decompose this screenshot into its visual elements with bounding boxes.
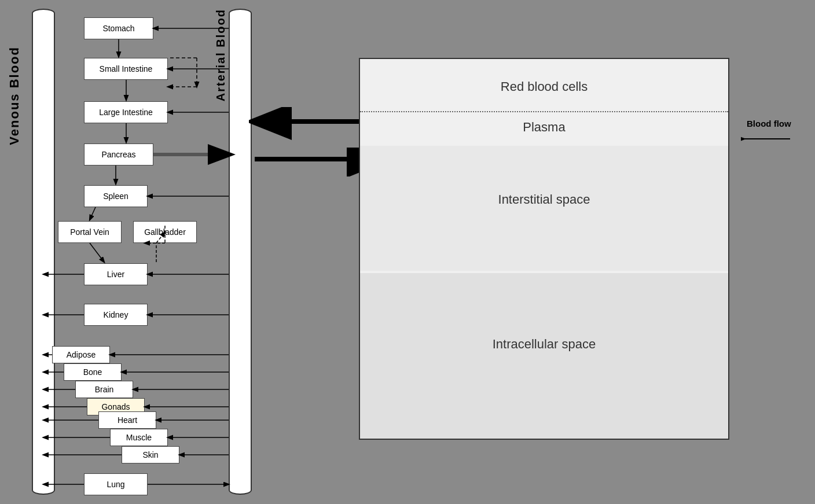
- brain-box: Brain: [75, 381, 133, 398]
- blood-compartment-diagram: Red blood cells Plasma Interstitial spac…: [359, 58, 729, 440]
- adipose-box: Adipose: [52, 346, 110, 363]
- rbc-divider: [360, 111, 728, 112]
- svg-line-6: [90, 243, 104, 262]
- red-blood-cells-label: Red blood cells: [360, 79, 728, 94]
- interstitial-label: Interstitial space: [360, 192, 728, 207]
- intracellular-label: Intracellular space: [360, 337, 728, 352]
- lung-box: Lung: [84, 473, 148, 495]
- liver-box: Liver: [84, 263, 148, 285]
- kidney-box: Kidney: [84, 304, 148, 326]
- svg-line-5: [90, 207, 96, 220]
- plasma-label: Plasma: [360, 120, 728, 135]
- skin-box: Skin: [122, 446, 179, 463]
- arterial-blood-cylinder: [229, 9, 252, 495]
- large-intestine-box: Large Intestine: [84, 101, 168, 123]
- spleen-box: Spleen: [84, 185, 148, 207]
- small-intestine-box: Small Intestine: [84, 58, 168, 80]
- blood-flow-label: Blood flow: [747, 119, 791, 128]
- venous-blood-label: Venous Blood: [7, 46, 22, 145]
- muscle-box: Muscle: [110, 429, 168, 446]
- portal-vein-box: Portal Vein: [58, 221, 122, 243]
- heart-box: Heart: [98, 411, 156, 429]
- bone-box: Bone: [64, 363, 122, 381]
- stomach-box: Stomach: [84, 17, 153, 39]
- arterial-blood-label: Arterial Blood: [214, 9, 227, 101]
- venous-blood-cylinder: [32, 9, 55, 495]
- gallbladder-box: Gallbladder: [133, 221, 197, 243]
- pancreas-arrow-right: [249, 148, 365, 176]
- interstitial-bg: [360, 146, 728, 271]
- pancreas-box: Pancreas: [84, 144, 153, 165]
- intracellular-bg: [360, 273, 728, 439]
- blood-flow-arrow: [741, 130, 793, 148]
- large-arrow-left: [249, 107, 365, 142]
